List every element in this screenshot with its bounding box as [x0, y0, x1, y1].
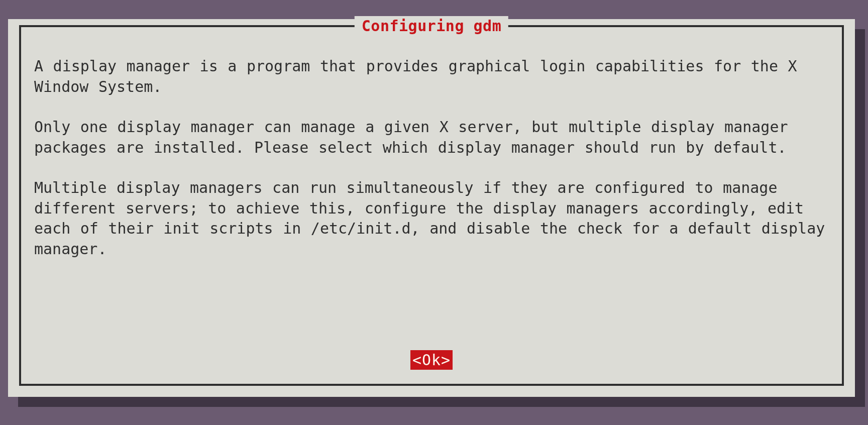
- dialog-paragraph: Only one display manager can manage a gi…: [34, 117, 829, 158]
- dialog-title: Configuring gdm: [362, 16, 501, 37]
- dialog-window: Configuring gdm A display manager is a p…: [8, 19, 855, 397]
- dialog-button-row: <Ok>: [21, 350, 842, 370]
- dialog-title-bar: Configuring gdm: [355, 16, 508, 37]
- dialog-panel: Configuring gdm A display manager is a p…: [8, 19, 855, 397]
- dialog-paragraph: Multiple display managers can run simult…: [34, 178, 829, 259]
- dialog-paragraph: A display manager is a program that prov…: [34, 56, 829, 97]
- dialog-body: A display manager is a program that prov…: [34, 56, 829, 259]
- dialog-frame: Configuring gdm A display manager is a p…: [19, 25, 844, 386]
- ok-button[interactable]: <Ok>: [410, 350, 453, 370]
